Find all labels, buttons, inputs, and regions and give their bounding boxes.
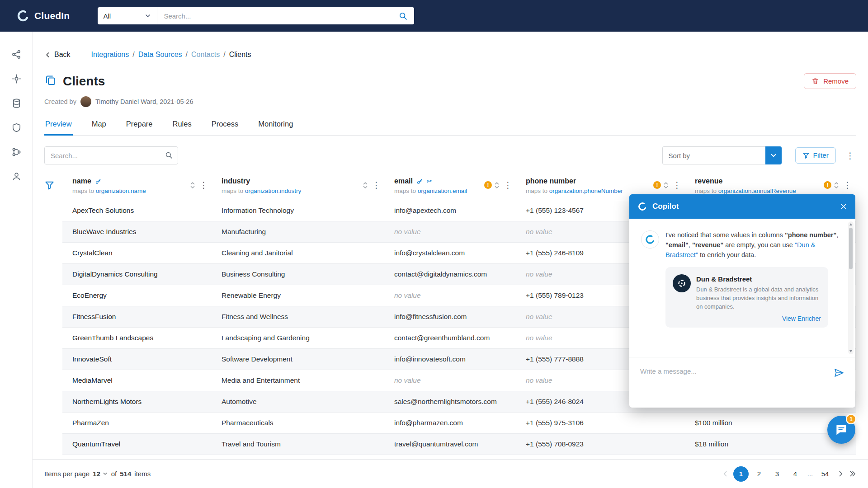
cell-industry: Pharmaceuticals xyxy=(212,413,385,433)
maps-to-link[interactable]: organization.phoneNumber xyxy=(549,188,623,194)
tab-rules[interactable]: Rules xyxy=(172,120,193,136)
cell-industry: Travel and Tourism xyxy=(212,434,385,455)
breadcrumb-data-sources[interactable]: Data Sources xyxy=(138,51,182,59)
chat-fab-button[interactable]: 1 xyxy=(827,416,855,444)
column-header-email: email ✂ maps to organization.email ! ⋮ xyxy=(385,173,517,200)
items-per-page-select[interactable]: 12 xyxy=(93,470,108,478)
cell-name: PharmaZen xyxy=(62,413,212,433)
preview-toolbar: Sort by Filter ⋮ xyxy=(44,146,856,164)
close-icon[interactable] xyxy=(840,203,847,210)
scroll-down-icon[interactable] xyxy=(849,350,852,352)
funnel-icon[interactable] xyxy=(44,180,55,190)
tab-prepare[interactable]: Prepare xyxy=(125,120,154,136)
copilot-input-area xyxy=(629,357,855,408)
scrollbar-thumb[interactable] xyxy=(849,228,853,269)
maps-to-link[interactable]: organization.email xyxy=(418,188,467,194)
column-label: phone number xyxy=(526,177,576,185)
scroll-up-icon[interactable] xyxy=(849,223,852,225)
cell-name: MediaMarvel xyxy=(62,370,212,391)
sort-by-select[interactable]: Sort by xyxy=(662,146,782,164)
column-kebab-icon[interactable]: ⋮ xyxy=(671,180,683,190)
filter-label: Filter xyxy=(813,151,829,160)
column-kebab-icon[interactable]: ⋮ xyxy=(198,180,210,190)
column-kebab-icon[interactable]: ⋮ xyxy=(370,180,382,190)
send-icon[interactable] xyxy=(834,367,844,378)
sort-icon[interactable] xyxy=(834,181,839,190)
next-page-icon[interactable] xyxy=(837,470,844,478)
table-row[interactable]: PharmaZen Pharmaceuticals info@pharmazen… xyxy=(62,413,856,434)
sort-icon[interactable] xyxy=(494,181,500,190)
maps-to-prefix: maps to xyxy=(222,188,243,194)
sidebar-item-user[interactable] xyxy=(0,164,33,188)
tab-map[interactable]: Map xyxy=(91,120,107,136)
pagination-controls: 1234...54 xyxy=(722,466,856,482)
cell-name: QuantumTravel xyxy=(62,434,212,455)
chevron-left-icon xyxy=(44,52,51,58)
cell-email: no value xyxy=(385,221,517,242)
pagination-pages: 1234...54 xyxy=(733,466,833,482)
table-row[interactable]: QuantumTravel Travel and Tourism travel@… xyxy=(62,434,856,455)
sidebar-item-nodes[interactable] xyxy=(0,42,33,66)
page-button[interactable]: 2 xyxy=(751,466,767,482)
copilot-panel: Copilot I've noticed that some values in… xyxy=(629,194,855,408)
global-search-button[interactable] xyxy=(392,7,414,24)
cell-phone: +1 (555) 975-3106 xyxy=(517,413,686,433)
column-header-name: name maps to organization.name ⋮ xyxy=(62,173,212,200)
sidebar-item-database[interactable] xyxy=(0,91,33,115)
cell-email: info@pharmazen.com xyxy=(385,413,517,433)
back-button[interactable]: Back xyxy=(44,51,71,59)
toolbar-kebab-icon[interactable]: ⋮ xyxy=(844,150,856,161)
page-button[interactable]: 54 xyxy=(817,466,833,482)
sidebar-item-hierarchy[interactable] xyxy=(0,140,33,164)
of-label: of xyxy=(111,470,117,478)
copy-icon xyxy=(44,74,57,88)
breadcrumb-contacts[interactable]: Contacts xyxy=(191,51,220,59)
sort-by-dropdown-button[interactable] xyxy=(765,146,782,164)
page-title: Clients xyxy=(63,74,105,89)
chevron-down-icon xyxy=(144,12,151,19)
page-button[interactable]: 3 xyxy=(769,466,785,482)
view-enricher-link[interactable]: View Enricher xyxy=(782,315,821,322)
copilot-bot-avatar xyxy=(641,230,659,249)
breadcrumb-integrations[interactable]: Integrations xyxy=(91,51,129,59)
sidebar-item-target[interactable] xyxy=(0,66,33,91)
page-button[interactable]: 1 xyxy=(733,466,749,482)
maps-to-link[interactable]: organization.name xyxy=(96,188,146,194)
breadcrumb-current: Clients xyxy=(229,51,251,59)
cell-email: info@apextech.com xyxy=(385,200,517,221)
maps-to-link[interactable]: organization.annualRevenue xyxy=(718,188,796,194)
column-kebab-icon[interactable]: ⋮ xyxy=(502,180,514,190)
sort-icon[interactable] xyxy=(363,181,368,190)
global-search-input[interactable] xyxy=(157,7,392,24)
target-icon xyxy=(11,74,22,84)
copilot-message-input[interactable] xyxy=(640,367,828,375)
search-scope-select[interactable]: All xyxy=(98,7,157,24)
cluedin-ring-icon xyxy=(637,202,647,211)
tab-process[interactable]: Process xyxy=(211,120,240,136)
key-icon xyxy=(95,178,102,185)
cluedin-logo[interactable]: CluedIn xyxy=(16,9,70,23)
warning-icon: ! xyxy=(653,181,661,189)
user-icon xyxy=(11,171,22,182)
cell-email: info@crystalclean.com xyxy=(385,243,517,263)
remove-button[interactable]: Remove xyxy=(804,73,856,89)
created-prefix: Created by xyxy=(44,98,76,105)
table-search-input[interactable] xyxy=(44,146,178,164)
logo-text: CluedIn xyxy=(34,10,70,21)
sort-icon[interactable] xyxy=(190,181,195,190)
tab-preview[interactable]: Preview xyxy=(44,120,73,136)
cell-email: no value xyxy=(385,285,517,306)
maps-to-prefix: maps to xyxy=(394,188,416,194)
filter-button[interactable]: Filter xyxy=(795,147,836,164)
last-page-icon[interactable] xyxy=(849,470,856,478)
page-button[interactable]: 4 xyxy=(788,466,803,482)
maps-to-link[interactable]: organization.industry xyxy=(245,188,302,194)
sidebar-item-shield[interactable] xyxy=(0,115,33,140)
shield-icon xyxy=(11,122,22,133)
cell-email: info@fitnessfusion.com xyxy=(385,306,517,327)
tab-monitoring[interactable]: Monitoring xyxy=(257,120,294,136)
trash-icon xyxy=(811,77,819,85)
sort-icon[interactable] xyxy=(663,181,669,190)
cell-email: travel@quantumtravel.com xyxy=(385,434,517,455)
column-kebab-icon[interactable]: ⋮ xyxy=(841,180,854,190)
